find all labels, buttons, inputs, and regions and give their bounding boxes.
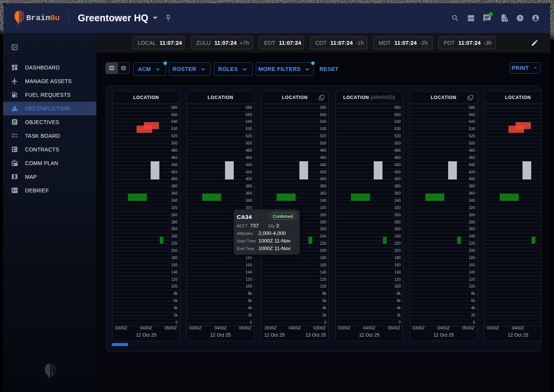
svg-text:LOG: LOG — [468, 17, 474, 20]
svg-text:?: ? — [519, 16, 521, 21]
